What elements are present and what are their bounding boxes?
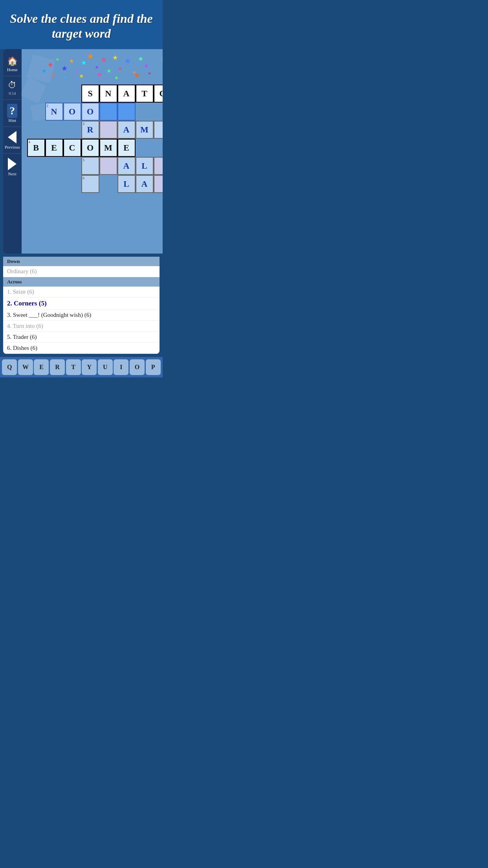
- table-row[interactable]: 5: [81, 157, 99, 175]
- table-row[interactable]: A: [117, 85, 136, 103]
- header: Solve the clues and find the target word: [0, 0, 163, 49]
- table-row[interactable]: 3 R: [81, 121, 99, 139]
- crossword-grid[interactable]: S N A: [24, 85, 163, 193]
- table-row[interactable]: 4 B: [27, 139, 45, 157]
- table-row[interactable]: O: [81, 103, 99, 121]
- stars-decoration: ★ ★ ★ ★ ★ ★ ★ ★ ★ ★ ★ ★ ★ ★ ★ ★ ★ ★ ★ ★: [24, 53, 163, 85]
- key-p[interactable]: P: [146, 359, 161, 375]
- key-e[interactable]: E: [34, 359, 49, 375]
- table-row[interactable]: L: [136, 157, 154, 175]
- home-icon: 🏠: [7, 56, 18, 66]
- clue-across-5[interactable]: 5. Trader (6): [3, 332, 160, 343]
- grid-row-3: 3 R A: [27, 121, 163, 139]
- clue-across-2[interactable]: 2. Corners (5): [3, 298, 160, 310]
- svg-text:★: ★: [106, 68, 112, 74]
- grid-row-2: 2 N O O: [27, 103, 163, 121]
- table-row[interactable]: [154, 121, 163, 139]
- clues-area: Down Ordinary (6) Across 1. Seize (6) 2.…: [3, 257, 160, 354]
- svg-text:★: ★: [118, 66, 122, 71]
- svg-text:★: ★: [97, 71, 102, 78]
- key-q[interactable]: Q: [2, 359, 17, 375]
- clue-across-6[interactable]: 6. Dishes (6): [3, 343, 160, 354]
- sidebar: 🏠 Home ⏱ 0:14 ? Hint Previous Next: [3, 49, 22, 254]
- hint-icon: ?: [7, 104, 17, 118]
- sidebar-item-timer: ⏱ 0:14: [3, 76, 22, 100]
- table-row[interactable]: [99, 157, 117, 175]
- svg-text:★: ★: [42, 68, 47, 74]
- key-r[interactable]: R: [50, 359, 65, 375]
- table-row[interactable]: A: [136, 175, 154, 193]
- svg-text:★: ★: [51, 72, 56, 78]
- table-row[interactable]: [117, 103, 136, 121]
- table-row[interactable]: 6: [81, 175, 99, 193]
- svg-text:★: ★: [101, 56, 107, 64]
- grid-table: S N A: [27, 85, 163, 193]
- svg-text:★: ★: [114, 75, 119, 81]
- table-row[interactable]: C: [63, 139, 81, 157]
- key-i[interactable]: I: [114, 359, 128, 375]
- svg-text:★: ★: [75, 69, 79, 74]
- svg-text:★: ★: [95, 64, 99, 70]
- table-row[interactable]: S: [81, 85, 99, 103]
- table-row[interactable]: N: [99, 85, 117, 103]
- svg-text:★: ★: [112, 54, 118, 61]
- svg-text:★: ★: [87, 52, 94, 61]
- down-header: Down: [3, 257, 160, 266]
- svg-text:★: ★: [48, 61, 53, 68]
- table-row[interactable]: M: [99, 139, 117, 157]
- sidebar-item-previous[interactable]: Previous: [3, 127, 22, 154]
- table-row[interactable]: C: [154, 85, 163, 103]
- table-row[interactable]: [154, 157, 163, 175]
- next-label: Next: [8, 171, 17, 176]
- next-icon: [8, 158, 17, 170]
- clue-down-1[interactable]: Ordinary (6): [3, 266, 160, 277]
- header-title: Solve the clues and find the target word: [8, 11, 155, 41]
- table-row[interactable]: L: [117, 175, 136, 193]
- across-header: Across: [3, 277, 160, 287]
- table-row[interactable]: O: [63, 103, 81, 121]
- table-row[interactable]: [99, 103, 117, 121]
- puzzle-area: ★ ★ ★ ★ ★ ★ ★ ★ ★ ★ ★ ★ ★ ★ ★ ★ ★ ★ ★ ★: [22, 49, 163, 254]
- sidebar-item-home[interactable]: 🏠 Home: [3, 52, 22, 76]
- table-row[interactable]: [99, 121, 117, 139]
- key-o[interactable]: O: [130, 359, 145, 375]
- table-row[interactable]: O: [81, 139, 99, 157]
- svg-text:★: ★: [69, 58, 74, 64]
- previous-icon: [8, 131, 17, 143]
- table-row[interactable]: T: [136, 85, 154, 103]
- clue-across-3[interactable]: 3. Sweet ___! (Goodnight wish) (6): [3, 310, 160, 321]
- sidebar-item-next[interactable]: Next: [3, 154, 22, 180]
- svg-text:★: ★: [79, 73, 84, 79]
- table-row[interactable]: A: [117, 121, 136, 139]
- timer-value: 0:14: [9, 91, 16, 96]
- grid-row-6: 6 L A: [27, 175, 163, 193]
- game-container: 🏠 Home ⏱ 0:14 ? Hint Previous Next: [0, 49, 163, 257]
- grid-row-1: S N A: [27, 85, 163, 103]
- table-row[interactable]: E: [45, 139, 63, 157]
- sidebar-item-hint[interactable]: ? Hint: [3, 100, 22, 127]
- svg-text:★: ★: [138, 55, 143, 62]
- svg-text:★: ★: [144, 63, 149, 69]
- key-u[interactable]: U: [98, 359, 113, 375]
- table-row[interactable]: M: [136, 121, 154, 139]
- table-row[interactable]: 2 N: [45, 103, 63, 121]
- clue-across-4[interactable]: 4. Turn into (6): [3, 321, 160, 332]
- svg-text:★: ★: [124, 57, 131, 65]
- keyboard: Q W E R T Y U I O P: [0, 357, 163, 377]
- previous-label: Previous: [5, 145, 20, 149]
- table-row[interactable]: E: [117, 139, 136, 157]
- clue-across-1[interactable]: 1. Seize (6): [3, 287, 160, 298]
- svg-text:★: ★: [148, 71, 151, 75]
- table-row[interactable]: [154, 175, 163, 193]
- key-t[interactable]: T: [66, 359, 81, 375]
- table-row[interactable]: A: [117, 157, 136, 175]
- home-label: Home: [7, 67, 18, 72]
- key-y[interactable]: Y: [82, 359, 97, 375]
- svg-text:★: ★: [55, 57, 60, 62]
- svg-text:★: ★: [61, 64, 68, 72]
- grid-row-4: 4 B E C: [27, 139, 163, 157]
- hint-label: Hint: [8, 118, 16, 123]
- svg-text:★: ★: [134, 72, 140, 79]
- key-w[interactable]: W: [18, 359, 33, 375]
- stars-svg: ★ ★ ★ ★ ★ ★ ★ ★ ★ ★ ★ ★ ★ ★ ★ ★ ★ ★ ★ ★: [40, 51, 158, 83]
